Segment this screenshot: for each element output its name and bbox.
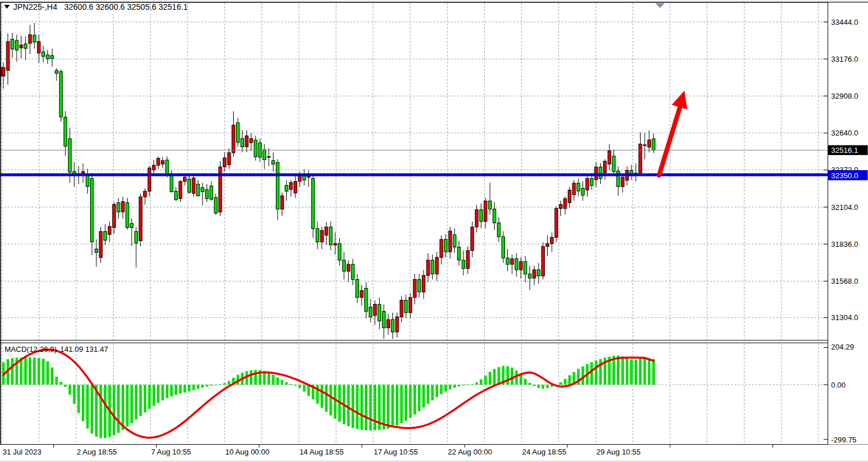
macd-histogram-bar [69,385,71,395]
candle-body [130,224,133,228]
macd-histogram-bar [33,358,35,385]
macd-histogram-bar [73,385,75,404]
macd-histogram-bar [24,358,27,385]
candle-body [298,176,301,182]
macd-histogram-bar [559,382,562,385]
candle-body [254,140,257,157]
macd-histogram-bar [506,366,508,385]
candle-body [51,55,54,58]
price-axis[interactable] [828,3,868,445]
macd-histogram-bar [635,359,637,385]
macd-histogram-bar [418,385,420,411]
price-tick-label: 32104.0 [831,203,858,212]
candle-body [515,259,518,270]
candle-body [356,280,358,298]
macd-histogram-bar [519,374,522,385]
macd-histogram-bar [135,385,137,419]
candle-body [391,320,394,332]
price-tick-label: 31304.0 [831,313,858,322]
macd-histogram-bar [290,384,292,385]
macd-histogram-bar [20,358,22,385]
candle-body [334,243,336,245]
macd-histogram-bar [493,369,495,385]
candle-body [134,231,137,243]
macd-histogram-bar [476,382,478,385]
macd-histogram-bar [524,379,526,385]
candle-body [28,35,31,43]
candle-body [581,188,584,195]
candle-body [276,163,279,209]
candle-body [144,191,147,197]
macd-histogram-bar [170,385,173,396]
candle-body [612,156,615,172]
macd-histogram-bar [157,385,159,403]
candle-body [555,208,558,237]
candle-body [166,160,169,175]
symbol-ohlc-values: 32600.6 32600.6 32505.6 32516.1 [64,2,188,12]
candle-body [471,227,474,251]
candle-body [488,201,491,209]
macd-histogram-bar [219,384,221,385]
price-tick-label: 32908.0 [831,92,858,100]
candle-body [33,35,36,42]
macd-histogram-bar [42,359,44,385]
macd-histogram-bar [356,385,358,429]
macd-histogram-bar [643,358,646,385]
macd-histogram-bar [590,362,593,385]
macd-histogram-bar [223,383,226,385]
candle-body [121,201,124,212]
macd-histogram-bar [144,385,146,412]
macd-histogram-bar [117,385,119,433]
candle-body [466,250,469,268]
macd-histogram-bar [55,377,58,385]
macd-histogram-bar [188,385,190,392]
candle-body [568,190,571,203]
candle-body [197,184,200,196]
macd-histogram-bar [369,385,372,430]
candle-body [6,42,9,70]
macd-histogram-bar [122,385,124,430]
macd-histogram-bar [330,385,332,415]
candle-body [2,67,5,76]
macd-histogram-bar [82,385,84,421]
candle-body [184,177,186,181]
macd-histogram-bar [622,356,624,385]
candle-body [652,139,655,151]
macd-histogram-bar [228,381,230,385]
candle-body [528,274,531,278]
macd-histogram-bar [533,385,535,386]
macd-histogram-bar [511,367,513,385]
candle-body [312,178,315,228]
macd-histogram-bar [458,385,460,386]
candle-body [15,40,18,50]
candle-body [435,257,438,274]
candle-body [55,70,58,73]
macd-histogram-bar [409,385,411,418]
candle-body [59,72,62,117]
candle-body [639,144,642,173]
macd-histogram-bar [373,385,376,430]
candle-body [148,168,151,191]
macd-histogram-bar [192,385,194,390]
price-tag-current-label: 32516.1 [831,146,858,155]
candle-body [541,246,544,276]
macd-histogram-bar [466,385,469,385]
candle-body [347,264,350,271]
candle-body [604,161,607,172]
candle-body [108,227,111,235]
macd-histogram-bar [537,385,540,388]
candle-body [20,45,23,48]
candle-body [537,270,540,276]
candle-body [506,258,509,264]
candle-body [502,236,504,258]
time-axis[interactable] [0,445,868,461]
price-tick-label: 31836.0 [831,240,858,249]
candle-body [378,305,381,321]
macd-histogram-bar [113,385,115,435]
macd-histogram-bar [529,383,531,385]
candle-body [91,178,93,242]
macd-histogram-bar [303,385,305,392]
macd-histogram-bar [568,375,571,385]
chart-canvas[interactable]: 33444.033176.032908.032640.032372.032104… [0,0,868,462]
candle-body [272,161,275,164]
